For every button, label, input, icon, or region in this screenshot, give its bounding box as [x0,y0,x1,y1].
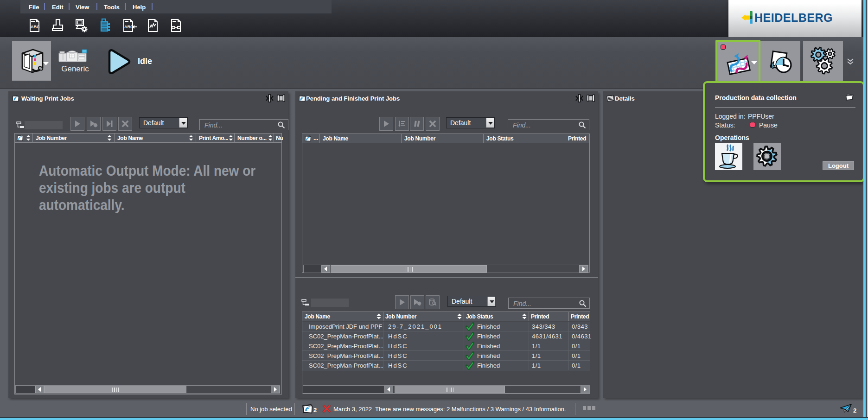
svg-text:HEIDELBERG: HEIDELBERG [754,11,833,24]
svg-text:ABC: ABC [31,25,40,29]
svg-text:ABC: ABC [124,25,134,29]
